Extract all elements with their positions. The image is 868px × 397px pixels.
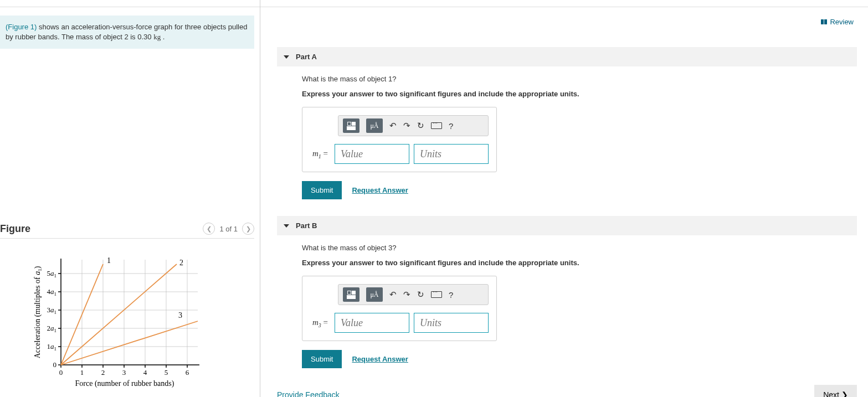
- chevron-right-icon: ❯: [841, 390, 848, 397]
- part-a-toolbar: μÅ ↶ ↷ ↻ ?: [338, 115, 489, 136]
- part-b-value-input[interactable]: [335, 313, 409, 333]
- part-b-body: What is the mass of object 3? Express yo…: [277, 235, 857, 368]
- svg-text:3a1: 3a1: [47, 306, 57, 315]
- keyboard-icon: [431, 122, 442, 129]
- reset-button[interactable]: ↻: [417, 290, 424, 300]
- part-b-request-answer-link[interactable]: Request Answer: [352, 355, 408, 363]
- part-b-header[interactable]: Part B: [277, 216, 857, 235]
- svg-text:5: 5: [165, 368, 168, 377]
- svg-text:Force (number of rubber bands): Force (number of rubber bands): [75, 379, 174, 388]
- svg-text:2: 2: [101, 368, 105, 377]
- svg-text:5a1: 5a1: [47, 269, 57, 279]
- redo-button[interactable]: ↷: [403, 290, 410, 300]
- svg-text:4: 4: [143, 368, 147, 377]
- svg-text:1: 1: [107, 256, 111, 265]
- part-b-variable-label: m3 =: [310, 318, 330, 328]
- help-button[interactable]: ?: [449, 290, 453, 300]
- part-b-submit-button[interactable]: Submit: [302, 350, 342, 368]
- chart: 1 2 3 0 1 2 3 4 5 6 0: [33, 249, 210, 393]
- svg-line-30: [61, 321, 198, 365]
- part-a-instruction: Express your answer to two significant f…: [302, 90, 857, 98]
- svg-line-29: [61, 264, 177, 365]
- svg-text:0: 0: [53, 360, 57, 369]
- part-a-submit-button[interactable]: Submit: [302, 181, 342, 199]
- special-chars-button[interactable]: μÅ: [366, 287, 383, 302]
- figure-pager: ❮ 1 of 1 ❯: [203, 223, 254, 235]
- review-link[interactable]: Review: [821, 18, 854, 26]
- next-button[interactable]: Next ❯: [814, 385, 857, 397]
- keyboard-button[interactable]: [431, 122, 442, 129]
- caret-down-icon: [284, 55, 289, 59]
- svg-text:2: 2: [179, 259, 183, 267]
- svg-text:3: 3: [178, 311, 182, 319]
- part-a-answer-box: μÅ ↶ ↷ ↻ ? m1 =: [302, 107, 497, 172]
- part-b-answer-box: μÅ ↶ ↷ ↻ ? m3 =: [302, 276, 497, 341]
- special-chars-button[interactable]: μÅ: [366, 118, 383, 133]
- caret-down-icon: [284, 224, 289, 228]
- redo-button[interactable]: ↷: [403, 121, 410, 131]
- svg-text:1: 1: [80, 368, 84, 377]
- part-b-toolbar: μÅ ↶ ↷ ↻ ?: [338, 284, 489, 305]
- svg-text:3: 3: [122, 368, 126, 377]
- part-b-units-input[interactable]: [414, 313, 489, 333]
- problem-statement: (Figure 1) shows an acceleration-versus-…: [0, 16, 254, 49]
- figure-reference: (Figure 1): [6, 23, 37, 31]
- fraction-tool-button[interactable]: [343, 287, 359, 302]
- svg-text:2a1: 2a1: [47, 324, 57, 333]
- undo-button[interactable]: ↶: [389, 121, 397, 131]
- figure-next-button[interactable]: ❯: [242, 223, 254, 235]
- svg-text:Acceleration (multiples of a1): Acceleration (multiples of a1): [33, 266, 43, 358]
- fraction-tool-button[interactable]: [343, 118, 359, 133]
- part-b-question: What is the mass of object 3?: [302, 244, 857, 252]
- svg-text:4a1: 4a1: [47, 287, 57, 297]
- svg-text:0: 0: [59, 368, 63, 377]
- part-a-request-answer-link[interactable]: Request Answer: [352, 186, 408, 194]
- keyboard-icon: [431, 291, 442, 298]
- figure-title: Figure: [0, 223, 30, 235]
- part-a-value-input[interactable]: [335, 144, 409, 164]
- keyboard-button[interactable]: [431, 291, 442, 298]
- part-a-units-input[interactable]: [414, 144, 489, 164]
- part-a-header[interactable]: Part A: [277, 47, 857, 66]
- undo-button[interactable]: ↶: [389, 290, 397, 300]
- reset-button[interactable]: ↻: [417, 121, 424, 131]
- svg-text:1a1: 1a1: [47, 342, 57, 352]
- figure-section: Figure ❮ 1 of 1 ❯: [0, 223, 254, 397]
- provide-feedback-link[interactable]: Provide Feedback: [277, 390, 340, 397]
- svg-text:6: 6: [186, 368, 189, 377]
- part-a-question: What is the mass of object 1?: [302, 75, 857, 83]
- help-button[interactable]: ?: [449, 121, 453, 131]
- figure-prev-button[interactable]: ❮: [203, 223, 215, 235]
- part-a-body: What is the mass of object 1? Express yo…: [277, 66, 857, 199]
- part-a-variable-label: m1 =: [310, 149, 330, 159]
- book-icon: [821, 19, 827, 24]
- part-b-instruction: Express your answer to two significant f…: [302, 259, 857, 267]
